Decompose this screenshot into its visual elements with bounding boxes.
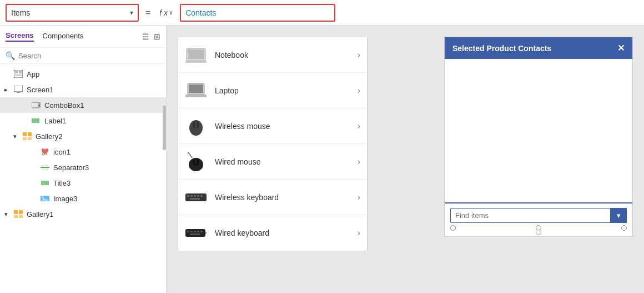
right-panel-header: Selected Product Contacts ✕ xyxy=(445,37,632,59)
gallery1-icon xyxy=(13,209,23,219)
wireless-keyboard-label: Wireless keyboard xyxy=(215,193,358,202)
wired-keyboard-image xyxy=(185,223,207,243)
gallery-item-notebook[interactable]: Notebook › xyxy=(178,37,367,73)
svg-rect-10 xyxy=(23,132,27,136)
fx-label: f x xyxy=(159,8,168,17)
svg-rect-46 xyxy=(194,231,196,232)
tree-item-separator3[interactable]: Separator3 xyxy=(0,160,166,175)
tree-item-gallery1[interactable]: ▾ Gallery1 xyxy=(0,206,166,222)
svg-rect-42 xyxy=(190,198,200,200)
tree-item-label1[interactable]: Label1 xyxy=(0,113,166,128)
wireless-keyboard-arrow-icon: › xyxy=(358,192,360,202)
sidebar-tabs: Screens Components ☰ ⊞ xyxy=(0,26,166,48)
right-panel-title: Selected Product Contacts xyxy=(452,44,551,53)
sidebar-scrollbar[interactable] xyxy=(163,26,166,293)
gallery-item-laptop[interactable]: Laptop › xyxy=(178,73,367,108)
find-items-search-button[interactable]: ▾ xyxy=(610,208,627,223)
svg-rect-5 xyxy=(17,92,20,93)
app-icon xyxy=(13,69,23,79)
wireless-mouse-arrow-icon: › xyxy=(358,121,360,131)
wired-mouse-arrow-icon: › xyxy=(358,157,360,167)
svg-rect-12 xyxy=(23,137,27,140)
svg-rect-40 xyxy=(197,195,199,197)
wired-keyboard-arrow-icon: › xyxy=(358,228,360,238)
svg-rect-47 xyxy=(197,231,199,232)
screen1-label: Screen1 xyxy=(27,86,53,94)
svg-rect-28 xyxy=(189,85,203,93)
gallery-item-wireless-mouse[interactable]: Wireless mouse › xyxy=(178,108,367,144)
sidebar-tab-icons: ☰ ⊞ xyxy=(142,32,160,41)
svg-rect-11 xyxy=(28,132,32,136)
list-view-icon[interactable]: ☰ xyxy=(142,32,149,41)
svg-rect-1 xyxy=(15,71,18,73)
tree-item-image3[interactable]: Image3 xyxy=(0,191,166,206)
svg-rect-9 xyxy=(32,118,39,123)
gallery1-label: Gallery1 xyxy=(27,210,53,218)
right-panel-body xyxy=(445,59,632,203)
svg-rect-4 xyxy=(14,86,23,92)
sidebar: Screens Components ☰ ⊞ 🔍 App xyxy=(0,26,167,293)
image3-icon xyxy=(40,193,50,203)
main-layout: Screens Components ☰ ⊞ 🔍 App xyxy=(0,26,644,293)
separator3-icon xyxy=(40,162,50,172)
tree-item-app[interactable]: App xyxy=(0,66,166,82)
top-bar: Items ▾ = f x ∨ Contacts xyxy=(0,0,644,26)
right-panel-close-button[interactable]: ✕ xyxy=(617,43,625,53)
tree-item-gallery2[interactable]: ▾ Gallery2 xyxy=(0,128,166,144)
formula-value: Contacts xyxy=(185,8,216,17)
laptop-arrow-icon: › xyxy=(358,86,360,96)
svg-rect-45 xyxy=(190,231,193,232)
notebook-arrow-icon: › xyxy=(358,50,360,60)
grid-view-icon[interactable]: ⊞ xyxy=(154,32,160,41)
search-icon: 🔍 xyxy=(6,51,15,60)
gallery-item-wired-mouse[interactable]: Wired mouse › xyxy=(178,144,367,180)
fx-button[interactable]: f x ∨ xyxy=(157,8,175,17)
find-items-search: ▾ xyxy=(450,208,627,223)
svg-rect-2 xyxy=(19,71,22,73)
right-panel: Selected Product Contacts ✕ ▾ xyxy=(444,37,633,237)
find-items-input[interactable] xyxy=(450,208,627,223)
gallery2-icon xyxy=(22,131,32,141)
tree-arrow-gallery2: ▾ xyxy=(13,133,21,140)
wired-mouse-label: Wired mouse xyxy=(215,157,358,166)
resize-handle-right[interactable] xyxy=(621,225,627,231)
sidebar-scroll-thumb xyxy=(163,106,166,150)
items-property-box[interactable]: Items ▾ xyxy=(6,4,139,22)
tree-item-screen1[interactable]: ▸ Screen1 xyxy=(0,82,166,97)
svg-rect-25 xyxy=(188,49,204,59)
sidebar-tree: App ▸ Screen1 ▾ ComboBox1 xyxy=(0,64,166,293)
svg-rect-48 xyxy=(200,231,203,232)
search-input[interactable] xyxy=(18,52,160,60)
label-icon xyxy=(31,116,41,126)
svg-point-14 xyxy=(42,153,44,155)
tree-item-combobox1[interactable]: ▾ ComboBox1 xyxy=(0,97,166,113)
combobox-icon: ▾ xyxy=(31,100,41,110)
tab-components[interactable]: Components xyxy=(43,32,84,41)
resize-handle-bottom[interactable] xyxy=(536,230,541,235)
svg-rect-20 xyxy=(14,210,18,214)
formula-box[interactable]: Contacts xyxy=(180,4,335,22)
gallery-item-wired-keyboard[interactable]: Wired keyboard › xyxy=(178,215,367,251)
svg-rect-16 xyxy=(41,181,49,185)
tree-item-icon1[interactable]: icon1 xyxy=(0,144,166,160)
laptop-image xyxy=(185,81,207,101)
right-panel-footer: ▾ xyxy=(445,203,632,236)
tab-screens[interactable]: Screens xyxy=(6,31,34,42)
wired-mouse-image xyxy=(185,152,207,172)
gallery-list: Notebook › Laptop › Wireless mouse › xyxy=(178,37,368,251)
wireless-mouse-image xyxy=(185,116,207,136)
tree-arrow-screen1: ▸ xyxy=(4,86,12,93)
gallery-item-wireless-keyboard[interactable]: Wireless keyboard › xyxy=(178,180,367,215)
title3-label: Title3 xyxy=(53,179,71,187)
svg-rect-38 xyxy=(190,195,193,197)
screen-icon xyxy=(13,85,23,95)
resize-handle-left[interactable] xyxy=(450,225,456,231)
wireless-keyboard-image xyxy=(185,187,207,207)
svg-rect-22 xyxy=(14,215,18,218)
equals-sign: = xyxy=(143,8,153,18)
title3-icon xyxy=(40,178,50,188)
tree-item-title3[interactable]: Title3 xyxy=(0,175,166,191)
svg-rect-49 xyxy=(190,234,200,235)
icon1-icon xyxy=(40,147,50,157)
svg-point-19 xyxy=(42,197,44,198)
